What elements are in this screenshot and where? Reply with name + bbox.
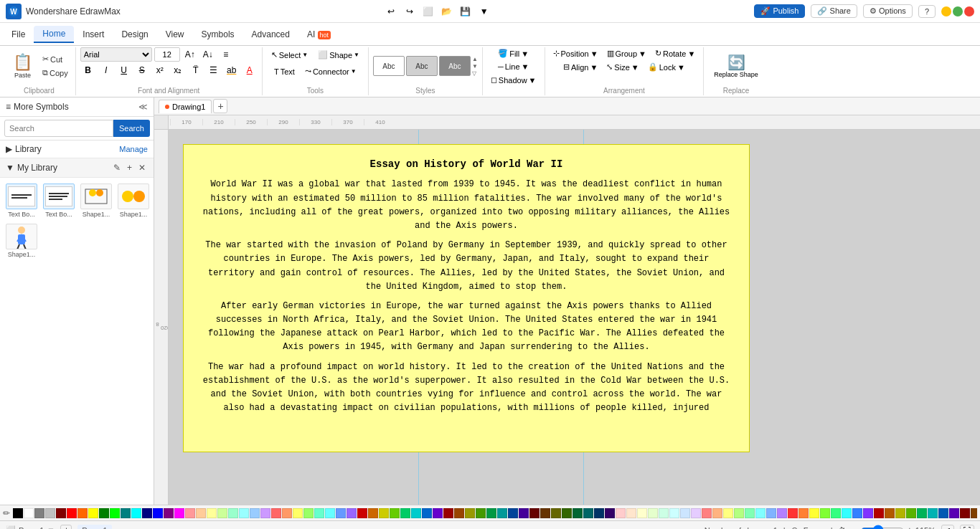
color-swatch[interactable]	[325, 508, 335, 518]
font-family-select[interactable]: Arial	[80, 47, 152, 62]
color-swatch[interactable]	[605, 508, 615, 518]
color-swatch[interactable]	[745, 508, 755, 518]
style-box-2[interactable]: Abc	[406, 56, 438, 76]
cut-btn[interactable]: ✂ Cut	[39, 53, 71, 65]
search-input[interactable]	[4, 120, 113, 137]
color-swatch[interactable]	[465, 508, 475, 518]
color-swatch[interactable]	[755, 508, 765, 518]
list-item[interactable]: Shape1...	[4, 222, 39, 259]
current-page-tab[interactable]: Page-1	[77, 525, 111, 530]
select-btn[interactable]: ↖ Select ▼	[267, 47, 313, 62]
size-btn[interactable]: ⤡ Size▼	[603, 61, 642, 73]
library-header[interactable]: ▶ Library Manage	[0, 140, 154, 158]
style-box-1[interactable]: Abc	[373, 56, 405, 76]
list-item[interactable]: Shape1...	[79, 182, 113, 219]
color-swatch[interactable]	[153, 508, 163, 518]
strikethrough-btn[interactable]: S	[134, 63, 150, 77]
color-swatch[interactable]	[702, 508, 712, 518]
color-swatch[interactable]	[433, 508, 443, 518]
color-swatch[interactable]	[863, 508, 873, 518]
color-swatch[interactable]	[529, 508, 540, 518]
color-swatch[interactable]	[250, 508, 260, 518]
color-swatch[interactable]	[347, 508, 357, 518]
color-swatch[interactable]	[110, 508, 120, 518]
font-size-input[interactable]	[154, 47, 180, 62]
more-btn[interactable]: ▼	[476, 4, 492, 19]
copy-btn[interactable]: ⧉ Copy	[39, 67, 71, 79]
tab-ai[interactable]: AI hot	[298, 27, 339, 42]
shape-btn[interactable]: ⬜ Shape ▼	[314, 47, 364, 62]
tab-view[interactable]: View	[157, 27, 193, 42]
color-swatch[interactable]	[637, 508, 647, 518]
color-swatch[interactable]	[594, 508, 604, 518]
underline-btn[interactable]: U	[116, 63, 132, 77]
styles-down-arrow[interactable]: ▼	[472, 63, 478, 70]
color-swatch[interactable]	[562, 508, 572, 518]
color-swatch[interactable]	[422, 508, 432, 518]
color-swatch[interactable]	[928, 508, 938, 518]
help-btn[interactable]: ?	[918, 5, 936, 18]
zoom-slider[interactable]	[861, 525, 904, 530]
styles-more-arrow[interactable]: ▽	[472, 70, 478, 77]
bullet-btn[interactable]: ☰	[206, 63, 222, 77]
tab-insert[interactable]: Insert	[74, 27, 113, 42]
essay-text-box[interactable]: Essay on History of World War II World W…	[183, 144, 750, 452]
minimize-btn[interactable]	[941, 6, 951, 16]
color-swatch[interactable]	[164, 508, 174, 518]
color-swatch[interactable]	[67, 508, 77, 518]
redo-btn[interactable]: ↪	[402, 4, 418, 19]
color-swatch[interactable]	[314, 508, 324, 518]
position-btn[interactable]: ⊹ Position▼	[550, 47, 602, 59]
italic-btn[interactable]: I	[98, 63, 114, 77]
share-btn[interactable]: 🔗 Share	[811, 4, 857, 18]
color-swatch[interactable]	[45, 508, 55, 518]
highlight-btn[interactable]: ab	[224, 63, 240, 77]
color-swatch[interactable]	[454, 508, 464, 518]
lock-btn[interactable]: 🔒 Lock▼	[644, 61, 689, 73]
canvas-tab-drawing1[interactable]: Drawing1	[159, 100, 212, 113]
color-swatch[interactable]	[99, 508, 109, 518]
text-format-btn[interactable]: T̈	[188, 63, 204, 77]
color-swatch[interactable]	[766, 508, 776, 518]
color-swatch[interactable]	[842, 508, 852, 518]
zoom-out-btn[interactable]: −	[852, 525, 857, 530]
color-swatch[interactable]	[34, 508, 44, 518]
library-edit-btn[interactable]: ✎	[111, 162, 123, 173]
color-swatch[interactable]	[691, 508, 701, 518]
color-swatch[interactable]	[77, 508, 88, 518]
fit-btn[interactable]: ⤢	[941, 525, 954, 529]
color-swatch[interactable]	[648, 508, 658, 518]
color-swatch[interactable]	[131, 508, 141, 518]
color-swatch[interactable]	[971, 508, 977, 518]
color-swatch[interactable]	[56, 508, 66, 518]
style-box-3[interactable]: Abc	[439, 56, 471, 76]
color-swatch[interactable]	[616, 508, 626, 518]
color-swatch[interactable]	[142, 508, 152, 518]
publish-btn[interactable]: 🚀 Publish	[754, 4, 805, 18]
tab-symbols[interactable]: Symbols	[193, 27, 243, 42]
manage-btn[interactable]: Manage	[119, 145, 148, 153]
align-btn[interactable]: ≡	[218, 47, 234, 62]
rotate-btn[interactable]: ↻ Rotate▼	[651, 47, 699, 59]
color-swatch[interactable]	[551, 508, 561, 518]
color-swatch[interactable]	[486, 508, 496, 518]
sidebar-collapse-btn[interactable]: ≪	[138, 102, 148, 112]
search-btn[interactable]: Search	[113, 120, 150, 137]
color-swatch[interactable]	[239, 508, 249, 518]
color-swatch[interactable]	[540, 508, 550, 518]
undo-btn[interactable]: ↩	[383, 4, 399, 19]
color-swatch[interactable]	[895, 508, 905, 518]
canvas-scroll[interactable]: Essay on History of World War II World W…	[169, 130, 980, 505]
color-swatch[interactable]	[476, 508, 486, 518]
tab-home[interactable]: Home	[34, 26, 74, 43]
color-swatch[interactable]	[777, 508, 787, 518]
my-library-header[interactable]: ▼ My Library ✎ + ✕	[0, 158, 154, 178]
color-swatch[interactable]	[271, 508, 281, 518]
color-swatch[interactable]	[573, 508, 583, 518]
color-swatch[interactable]	[357, 508, 367, 518]
color-swatch[interactable]	[788, 508, 798, 518]
color-swatch[interactable]	[121, 508, 131, 518]
open-btn[interactable]: 📂	[439, 4, 455, 19]
styles-up-arrow[interactable]: ▲	[472, 56, 478, 62]
color-swatch[interactable]	[874, 508, 884, 518]
